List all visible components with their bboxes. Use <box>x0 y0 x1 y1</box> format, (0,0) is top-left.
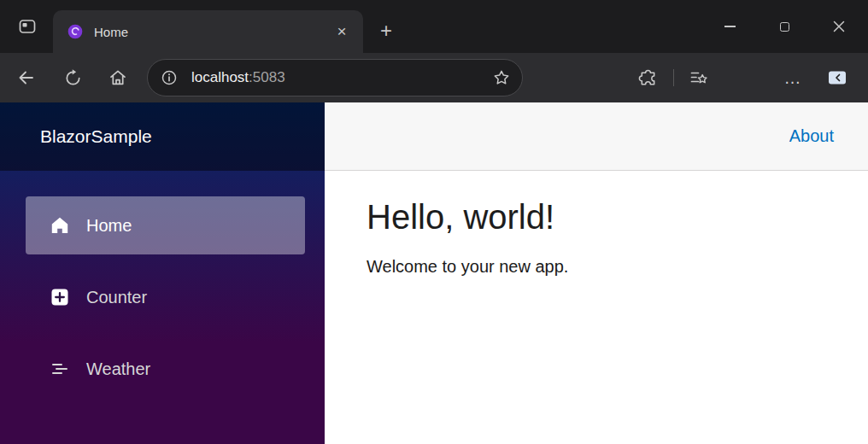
minimize-button[interactable] <box>706 9 754 44</box>
site-info-button[interactable] <box>155 63 184 92</box>
sidebar-toggle-icon <box>826 67 848 88</box>
brand-link[interactable]: BlazorSample <box>40 126 152 147</box>
nav-label: Home <box>86 216 132 236</box>
blazor-favicon-icon <box>67 23 84 40</box>
brand-row: BlazorSample <box>0 102 325 171</box>
back-icon <box>15 67 36 88</box>
plus-square-icon <box>50 287 70 307</box>
favorites-button[interactable] <box>682 61 716 95</box>
favorite-this-page-button[interactable] <box>486 62 517 93</box>
app-main: About Hello, world! Welcome to your new … <box>325 102 868 444</box>
house-icon <box>50 215 70 236</box>
window-controls <box>699 0 863 53</box>
about-link[interactable]: About <box>789 126 834 146</box>
browser-toolbar: localhost:5083 <box>0 53 868 102</box>
browser-window: Home × + <box>0 0 868 444</box>
tab-actions-icon <box>17 16 38 37</box>
extensions-button[interactable] <box>630 61 665 95</box>
welcome-text: Welcome to your new app. <box>367 257 868 277</box>
tab-actions-button[interactable] <box>10 12 44 41</box>
nav-label: Weather <box>86 359 150 379</box>
tab-close-button[interactable]: × <box>331 20 353 43</box>
list-nested-icon <box>50 359 70 379</box>
refresh-button[interactable] <box>54 61 91 95</box>
refresh-icon <box>63 68 83 88</box>
tab-title: Home <box>94 25 331 39</box>
nav-label: Counter <box>86 288 147 307</box>
browser-titlebar: Home × + <box>0 0 868 53</box>
favorites-icon <box>689 67 709 88</box>
settings-menu-button[interactable]: … <box>776 61 810 95</box>
url-text: localhost:5083 <box>191 69 486 86</box>
maximize-icon <box>780 22 789 32</box>
close-button[interactable] <box>815 9 863 44</box>
url-host: localhost <box>191 69 249 85</box>
page-viewport: BlazorSample Home <box>0 102 868 444</box>
star-icon <box>492 68 511 87</box>
address-bar[interactable]: localhost:5083 <box>147 59 523 96</box>
maximize-button[interactable] <box>760 9 808 44</box>
app-nav: Home Counter <box>0 171 325 398</box>
app-sidebar: BlazorSample Home <box>0 102 325 444</box>
main-top-row: About <box>325 102 868 171</box>
toolbar-divider <box>673 69 674 86</box>
url-port: :5083 <box>249 69 285 85</box>
browser-tab[interactable]: Home × <box>53 10 363 53</box>
minimize-icon <box>724 26 736 27</box>
nav-item-counter[interactable]: Counter <box>26 268 305 326</box>
new-tab-button[interactable]: + <box>373 18 399 44</box>
main-content: Hello, world! Welcome to your new app. <box>325 171 868 277</box>
back-button[interactable] <box>7 61 44 95</box>
home-icon <box>108 67 128 88</box>
extensions-icon <box>638 68 658 88</box>
page-title: Hello, world! <box>367 198 868 237</box>
nav-item-home[interactable]: Home <box>26 196 305 254</box>
sidebar-toggle-button[interactable] <box>818 61 856 95</box>
nav-item-weather[interactable]: Weather <box>26 340 305 398</box>
info-icon <box>160 68 179 87</box>
close-icon <box>833 20 845 32</box>
home-button[interactable] <box>99 61 137 95</box>
